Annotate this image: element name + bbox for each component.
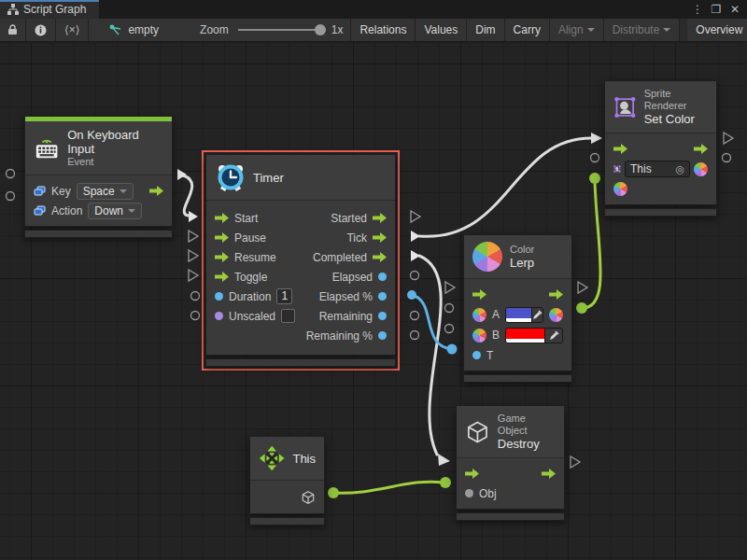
unscaled-checkbox[interactable] — [281, 309, 295, 323]
color-input-port-icon[interactable] — [613, 182, 627, 196]
port-setcolor-color[interactable] — [589, 173, 600, 184]
flow-in-arrow-icon[interactable] — [215, 213, 229, 223]
carry-button[interactable]: Carry — [505, 19, 550, 41]
port-timer-duration[interactable] — [191, 292, 200, 301]
port-keyboard-trigger-out[interactable] — [177, 169, 187, 180]
wire-completed-to-destroy[interactable] — [419, 256, 441, 455]
window-menu-icon[interactable]: ⋮ — [689, 1, 706, 18]
port-lerp-result[interactable] — [576, 302, 587, 314]
node-destroy[interactable]: Game Object Destroy Obj — [456, 405, 565, 521]
flow-out-arrow-icon[interactable] — [373, 232, 387, 243]
value-port-icon[interactable] — [378, 273, 387, 281]
port-timer-start[interactable] — [189, 211, 198, 222]
wire-this-to-obj[interactable] — [333, 482, 444, 493]
flow-in-arrow-icon[interactable] — [472, 289, 486, 300]
port-destroy-obj[interactable] — [440, 477, 451, 488]
port-lerp-flow-out[interactable] — [578, 282, 587, 293]
inspect-button[interactable]: ⟨×⟩ — [56, 19, 89, 41]
node-on-keyboard-input[interactable]: On Keyboard Input Event Key Space — [24, 116, 173, 238]
flow-in-arrow-icon[interactable] — [465, 469, 479, 479]
overview-button[interactable]: Overview — [687, 19, 747, 41]
node-timer[interactable]: Timer Start Started Pause — [202, 150, 400, 371]
port-timer-completed[interactable] — [411, 250, 420, 261]
info-button[interactable] — [26, 19, 56, 41]
flow-out-arrow-icon[interactable] — [694, 144, 708, 154]
port-lerp-t[interactable] — [447, 344, 458, 355]
duration-input[interactable]: 1 — [276, 288, 292, 304]
port-lerp-a[interactable] — [445, 304, 454, 313]
color-a-swatch[interactable] — [506, 308, 531, 322]
object-port-icon[interactable] — [465, 489, 473, 497]
port-timer-elapsedpct[interactable] — [407, 290, 416, 300]
game-object-port-icon[interactable] — [301, 490, 316, 505]
flow-out-arrow-icon[interactable] — [549, 289, 563, 300]
color-port-icon[interactable] — [472, 329, 486, 343]
result-port-icon[interactable] — [694, 162, 708, 176]
flow-out-arrow-icon[interactable] — [149, 186, 163, 196]
node-this[interactable]: This — [249, 436, 325, 525]
flow-in-arrow-icon[interactable] — [613, 144, 627, 154]
close-icon[interactable]: ✕ — [726, 1, 743, 18]
graph-tab-icon — [7, 4, 19, 15]
flow-out-arrow-icon[interactable] — [373, 252, 387, 262]
output-label: Elapsed — [332, 271, 373, 284]
flow-in-arrow-icon[interactable] — [215, 252, 229, 262]
flow-out-arrow-icon[interactable] — [373, 213, 387, 223]
port-setcolor-target[interactable] — [591, 154, 599, 162]
port-lerp-b[interactable] — [445, 325, 454, 333]
port-timer-remainingpct[interactable] — [411, 331, 419, 340]
color-port-icon[interactable] — [472, 308, 486, 322]
node-color-lerp[interactable]: Color Lerp A — [463, 234, 572, 383]
wire-keyboard-to-timer-start[interactable] — [183, 175, 192, 216]
wire-elapsedpct-to-t[interactable] — [412, 295, 452, 349]
values-button[interactable]: Values — [416, 19, 467, 41]
maximize-icon[interactable]: ❐ — [708, 1, 725, 18]
port-timer-resume[interactable] — [189, 250, 198, 261]
node-setcolor[interactable]: Sprite Renderer Set Color — [604, 80, 717, 217]
wire-tick-to-setcolor[interactable] — [419, 138, 591, 236]
eyedropper-icon[interactable] — [544, 329, 562, 343]
port-setcolor-result[interactable] — [723, 154, 731, 162]
port-this-out[interactable] — [328, 487, 339, 498]
align-button[interactable]: Align — [550, 19, 604, 41]
port-timer-tick[interactable] — [411, 231, 420, 242]
lerp-result-port-icon[interactable] — [549, 308, 563, 322]
relations-button[interactable]: Relations — [351, 19, 416, 41]
port-destroy-flow-out[interactable] — [571, 456, 580, 468]
port-setcolor-flow-out[interactable] — [724, 133, 733, 144]
color-b-swatch[interactable] — [506, 329, 544, 343]
port-timer-pause[interactable] — [189, 231, 198, 242]
port-timer-started[interactable] — [411, 211, 420, 222]
value-port-icon[interactable] — [215, 292, 223, 301]
port-lerp-flow-in[interactable] — [445, 282, 455, 293]
eyedropper-icon[interactable] — [531, 308, 543, 322]
value-port-icon[interactable] — [472, 351, 481, 359]
flow-in-arrow-icon[interactable] — [215, 272, 229, 282]
color-b-field[interactable] — [505, 328, 563, 343]
value-port-icon[interactable] — [378, 292, 387, 301]
distribute-button[interactable]: Distribute — [604, 19, 681, 41]
port-keyboard-action[interactable] — [7, 192, 15, 201]
key-dropdown[interactable]: Space — [77, 183, 134, 200]
action-dropdown[interactable]: Down — [88, 203, 142, 219]
port-timer-elapsed[interactable] — [411, 272, 419, 280]
zoom-slider[interactable] — [238, 29, 324, 31]
node-title: This — [292, 452, 316, 466]
flow-in-arrow-icon[interactable] — [215, 232, 229, 243]
graph-canvas[interactable]: On Keyboard Input Event Key Space — [0, 42, 747, 560]
port-keyboard-key[interactable] — [7, 170, 15, 178]
zoom-slider-handle[interactable] — [315, 24, 326, 35]
dim-button[interactable]: Dim — [467, 19, 504, 41]
object-picker-icon[interactable]: ◎ — [675, 163, 684, 175]
tab-script-graph[interactable]: Script Graph — [0, 0, 99, 19]
target-object-field[interactable]: This ◎ — [625, 161, 690, 177]
port-timer-unscaled[interactable] — [191, 312, 200, 320]
color-a-field[interactable] — [505, 307, 543, 323]
port-timer-remaining[interactable] — [411, 312, 419, 320]
value-port-icon[interactable] — [378, 331, 387, 340]
value-port-icon[interactable] — [378, 312, 387, 320]
bool-port-icon[interactable] — [215, 312, 223, 320]
flow-out-arrow-icon[interactable] — [542, 469, 556, 479]
lock-button[interactable] — [0, 19, 26, 41]
port-timer-toggle[interactable] — [189, 270, 198, 281]
